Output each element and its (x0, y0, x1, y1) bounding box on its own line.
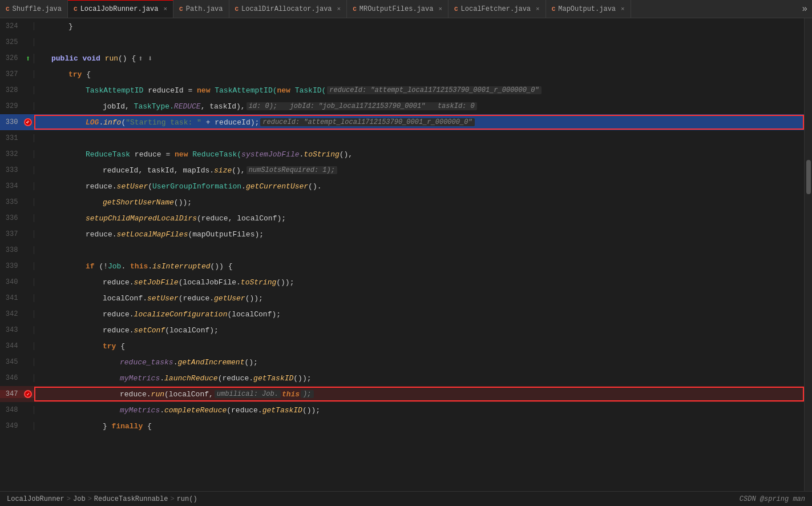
line-row-335: 335 getShortUserName()); (0, 194, 804, 210)
line-number-333: 333 (0, 166, 22, 174)
code-line-324: } (34, 18, 73, 34)
line-number-344: 344 (0, 342, 22, 350)
tab-icon-mapoutput: C (552, 6, 556, 13)
code-line-349: } finally { (34, 418, 152, 434)
line-number-343: 343 (0, 326, 22, 334)
line-number-336: 336 (0, 214, 22, 222)
line-number-334: 334 (0, 182, 22, 190)
code-line-330: LOG.info("Starting task: " + reduceId); … (34, 114, 804, 130)
status-bar: LocalJobRunner > Job > ReduceTaskRunnabl… (0, 491, 812, 506)
code-line-334: reduce.setUser(UserGroupInformation.getC… (34, 178, 322, 194)
breakpoint-330: ✓ (22, 118, 34, 126)
line-marker-326: ⬆ (22, 54, 34, 63)
line-row-349: 349 } finally { (0, 418, 804, 434)
code-line-335: getShortUserName()); (34, 194, 192, 210)
breadcrumb-part-2: Job (73, 495, 86, 503)
tab-label-shuffle: Shuffle.java (13, 5, 62, 13)
tab-icon-localfetcher: C (454, 6, 458, 13)
code-line-340: reduce.setJobFile(localJobFile.toString(… (34, 274, 294, 290)
line-row-337: 337 reduce.setLocalMapFiles(mapOutputFil… (0, 226, 804, 242)
line-number-331: 331 (0, 134, 22, 142)
tab-label-path: Path.java (186, 5, 223, 13)
tab-mroutputfiles[interactable]: C MROutputFiles.java × (347, 0, 449, 18)
line-row-324: 324 } (0, 18, 804, 34)
line-row-343: 343 reduce.setConf(localConf); (0, 322, 804, 338)
code-line-346: myMetrics.launchReduce(reduce.getTaskID(… (34, 370, 312, 386)
breakpoint-icon-347: ✓ (24, 390, 32, 398)
line-number-341: 341 (0, 294, 22, 302)
breakpoint-icon-330: ✓ (24, 118, 32, 126)
code-line-343: reduce.setConf(localConf); (34, 322, 219, 338)
tab-localfetcher[interactable]: C LocalFetcher.java × (449, 0, 546, 18)
code-line-327: try { (34, 66, 91, 82)
breadcrumb-part-4: run() (177, 495, 197, 503)
status-right-label: CSDN @spring man (740, 495, 805, 503)
code-line-341: localConf.setUser(reduce.getUser()); (34, 290, 263, 306)
tab-label-mroutputfiles: MROutputFiles.java (359, 5, 434, 13)
line-number-327: 327 (0, 70, 22, 78)
breadcrumb-sep-1: > (67, 495, 71, 503)
tab-path[interactable]: C Path.java (173, 0, 229, 18)
code-line-332: ReduceTask reduce = new ReduceTask(syste… (34, 146, 353, 162)
code-line-336: setupChildMapredLocalDirs(reduce, localC… (34, 210, 286, 226)
line-row-338: 338 (0, 242, 804, 258)
tab-close-mroutputfiles[interactable]: × (438, 6, 442, 13)
line-number-345: 345 (0, 358, 22, 366)
breakpoint-347: ✓ (22, 390, 34, 398)
line-row-332: 332 ReduceTask reduce = new ReduceTask(s… (0, 146, 804, 162)
tab-localdiralloc[interactable]: C LocalDirAllocator.java × (229, 0, 348, 18)
line-number-332: 332 (0, 150, 22, 158)
breadcrumb-sep-2: > (88, 495, 92, 503)
line-number-342: 342 (0, 310, 22, 318)
line-row-345: 345 reduce_tasks.getAndIncrement(); (0, 354, 804, 370)
editor-container: 324 } 325 326 ⬆ (0, 18, 812, 491)
nav-arrows-326[interactable]: ⬆ ⬇ (138, 54, 152, 63)
line-row-342: 342 reduce.localizeConfiguration(localCo… (0, 306, 804, 322)
line-row-346: 346 myMetrics.launchReduce(reduce.getTas… (0, 370, 804, 386)
line-row-328: 328 TaskAttemptID reduceId = new TaskAtt… (0, 82, 804, 98)
line-number-348: 348 (0, 406, 22, 414)
line-number-340: 340 (0, 278, 22, 286)
tab-icon-localdiralloc: C (235, 6, 239, 13)
tab-close-localfetcher[interactable]: × (536, 6, 540, 13)
code-line-348: myMetrics.completeReduce(reduce.getTaskI… (34, 402, 320, 418)
line-row-334: 334 reduce.setUser(UserGroupInformation.… (0, 178, 804, 194)
tab-localjobrunner[interactable]: C LocalJobRunner.java × (68, 0, 173, 18)
tab-label-localfetcher: LocalFetcher.java (461, 5, 531, 13)
line-row-344: 344 try { (0, 338, 804, 354)
debug-arrow-up-icon: ⬆ (26, 54, 30, 63)
editor-body: 324 } 325 326 ⬆ (0, 18, 812, 491)
line-row-348: 348 myMetrics.completeReduce(reduce.getT… (0, 402, 804, 418)
code-line-339: if (!Job. this.isInterrupted()) { (34, 258, 233, 274)
tab-close-mapoutput[interactable]: × (621, 6, 625, 13)
scrollbar[interactable] (804, 18, 812, 491)
code-line-347: reduce.run(localConf, umbilical: Job.thi… (34, 386, 804, 402)
breadcrumb-part-3: ReduceTaskRunnable (94, 495, 168, 503)
line-number-338: 338 (0, 246, 22, 254)
breadcrumb: LocalJobRunner > Job > ReduceTaskRunnabl… (7, 495, 197, 503)
line-row-333: 333 reduceId, taskId, mapIds.size(), num… (0, 162, 804, 178)
line-row-327: 327 try { (0, 66, 804, 82)
code-line-326: public void run() { (34, 50, 136, 66)
code-line-329: jobId, TaskType.REDUCE, taskId), id: 0);… (34, 98, 478, 114)
tab-shuffle[interactable]: C Shuffle.java (0, 0, 68, 18)
code-line-333: reduceId, taskId, mapIds.size(), numSlot… (34, 162, 338, 178)
tab-icon-mroutputfiles: C (353, 6, 357, 13)
tab-overflow-button[interactable]: » (797, 4, 812, 14)
line-row-341: 341 localConf.setUser(reduce.getUser()); (0, 290, 804, 306)
line-row-330: 330 ✓ LOG.info("Starting task: " + reduc… (0, 114, 804, 130)
tab-mapoutput[interactable]: C MapOutput.java × (546, 0, 631, 18)
line-number-324: 324 (0, 22, 22, 30)
breadcrumb-part-1: LocalJobRunner (7, 495, 64, 503)
line-row-329: 329 jobId, TaskType.REDUCE, taskId), id:… (0, 98, 804, 114)
tab-close-localjobrunner[interactable]: × (163, 6, 167, 13)
code-line-328: TaskAttemptID reduceId = new TaskAttempt… (34, 82, 543, 98)
line-row-340: 340 reduce.setJobFile(localJobFile.toStr… (0, 274, 804, 290)
line-row-347: 347 ✓ reduce.run(localConf, umbilical: J… (0, 386, 804, 402)
line-number-329: 329 (0, 102, 22, 110)
tab-bar: C Shuffle.java C LocalJobRunner.java × C… (0, 0, 812, 18)
tab-icon-path: C (179, 6, 183, 13)
line-row-331: 331 (0, 130, 804, 146)
tab-close-localdiralloc[interactable]: × (337, 6, 341, 13)
scroll-thumb[interactable] (806, 160, 811, 194)
